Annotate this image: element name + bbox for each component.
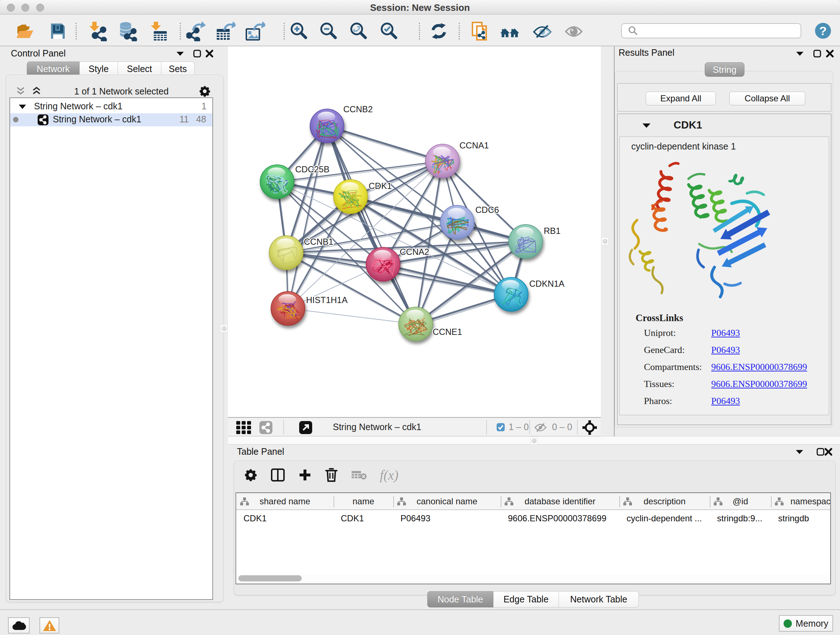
node-CCNA2[interactable] — [366, 247, 400, 281]
network-share-icon[interactable] — [259, 421, 273, 434]
panel-float-icon[interactable] — [813, 50, 821, 57]
panel-close-icon[interactable] — [826, 49, 834, 58]
first-neighbors-button[interactable] — [500, 21, 520, 41]
crosslink-link[interactable]: P06493 — [711, 345, 740, 356]
panel-menu-icon[interactable] — [796, 51, 804, 56]
import-network-from-file-button[interactable] — [88, 21, 108, 41]
function-builder-icon[interactable]: f(x) — [380, 467, 398, 483]
memory-button[interactable]: Memory — [779, 615, 833, 632]
import-network-from-database-button[interactable] — [118, 21, 138, 41]
delete-table-icon[interactable] — [351, 469, 367, 481]
zoom-out-button[interactable] — [318, 21, 338, 41]
export-image-button[interactable] — [245, 21, 265, 41]
selected-checkbox-icon[interactable] — [496, 423, 505, 432]
cell-namespace[interactable]: stringdb — [778, 513, 809, 524]
node-CCNE1[interactable] — [399, 307, 433, 341]
panel-float-icon[interactable] — [193, 50, 201, 57]
cell-id[interactable]: stringdb:9... — [717, 513, 762, 524]
network-collection-row[interactable]: String Network – cdk1 1 — [10, 100, 212, 113]
tab-edge-table[interactable]: Edge Table — [493, 591, 559, 608]
node-CCNB1[interactable] — [269, 236, 303, 270]
node-CCNA1[interactable] — [425, 144, 459, 178]
open-file-button[interactable] — [14, 21, 35, 41]
crosslink-link[interactable]: 9606.ENSP00000378699 — [711, 362, 807, 372]
collapse-all-button[interactable]: Collapse All — [729, 92, 805, 105]
edge-CCNB2-CCNE1[interactable] — [327, 126, 416, 324]
column-header-namespace[interactable]: namespace — [771, 493, 831, 510]
edge-CCNB2-CCNA1[interactable] — [327, 126, 442, 161]
node-CCNB2[interactable] — [310, 109, 344, 143]
column-header-description[interactable]: description — [619, 493, 710, 510]
help-button[interactable]: ? — [815, 23, 831, 39]
crosslink-link[interactable]: 9606.ENSP00000378699 — [711, 379, 807, 390]
panel-float-icon[interactable] — [816, 448, 824, 456]
hide-selected-button[interactable] — [532, 21, 552, 41]
collection-expanded-icon[interactable] — [18, 104, 27, 110]
export-table-button[interactable] — [215, 21, 235, 41]
search-input[interactable] — [638, 25, 801, 37]
tab-select[interactable]: Select — [118, 62, 161, 76]
node-CDK1[interactable] — [333, 180, 368, 214]
cell-name[interactable]: CDK1 — [341, 513, 364, 524]
export-network-button[interactable] — [186, 21, 207, 41]
crosslink-link[interactable]: P06493 — [711, 328, 740, 339]
node-RB1[interactable] — [508, 225, 543, 258]
column-header-name[interactable]: name — [333, 493, 393, 510]
show-columns-icon[interactable] — [271, 468, 285, 482]
node-HIST1H1A[interactable] — [271, 291, 305, 325]
cell-sharedname[interactable]: CDK1 — [243, 513, 267, 524]
node-CDKN1A[interactable] — [494, 277, 528, 311]
splitter-handle[interactable] — [601, 237, 608, 245]
tab-node-table[interactable]: Node Table — [427, 591, 493, 608]
cloud-button[interactable] — [8, 617, 30, 633]
scrollbar-thumb[interactable] — [238, 575, 302, 581]
node-CDC25B[interactable] — [260, 165, 294, 199]
show-all-button[interactable] — [564, 21, 584, 41]
warnings-button[interactable] — [39, 617, 59, 633]
panel-menu-icon[interactable] — [795, 449, 804, 454]
open-in-window-icon[interactable] — [299, 421, 313, 434]
column-header-id[interactable]: @id — [710, 493, 771, 510]
splitter-handle[interactable] — [220, 325, 227, 333]
fit-content-target-icon[interactable] — [583, 420, 597, 435]
splitter-handle[interactable] — [531, 437, 538, 445]
cell-canonicalname[interactable]: P06493 — [401, 513, 431, 524]
zoom-fit-button[interactable] — [348, 21, 368, 41]
tab-network[interactable]: Network — [27, 62, 80, 76]
gene-section-header[interactable]: CDK1 — [617, 114, 831, 136]
tab-string[interactable]: String — [705, 62, 745, 77]
edge-CCNE1-HIST1H1A[interactable] — [288, 309, 416, 324]
tab-style[interactable]: Style — [80, 62, 118, 76]
refresh-button[interactable] — [429, 21, 449, 41]
column-header-databaseidentifier[interactable]: database identifier — [501, 493, 619, 510]
zoom-in-button[interactable] — [288, 21, 309, 41]
crosslink-link[interactable]: P06493 — [711, 396, 740, 407]
tab-sets[interactable]: Sets — [161, 62, 195, 76]
column-header-sharedname[interactable]: shared name — [236, 493, 333, 510]
table-options-gear-icon[interactable] — [244, 468, 257, 482]
control-panel-splitter[interactable] — [213, 46, 228, 609]
panel-menu-icon[interactable] — [176, 51, 185, 56]
grid-view-icon[interactable] — [235, 420, 252, 435]
tab-network-table[interactable]: Network Table — [559, 591, 639, 608]
cell-databaseidentifier[interactable]: 9606.ENSP00000378699 — [508, 513, 606, 524]
panel-close-icon[interactable] — [205, 49, 214, 58]
results-panel-splitter[interactable] — [601, 46, 614, 436]
column-header-canonicalname[interactable]: canonical name — [393, 493, 501, 510]
network-options-button[interactable] — [199, 85, 211, 97]
save-session-button[interactable] — [48, 21, 68, 41]
add-column-icon[interactable] — [298, 468, 312, 482]
panel-close-icon[interactable] — [824, 448, 833, 456]
cell-description[interactable]: cyclin-dependent ... — [627, 513, 702, 524]
delete-column-icon[interactable] — [325, 468, 338, 482]
copy-network-button[interactable] — [470, 21, 490, 41]
table-horizontal-scrollbar[interactable] — [238, 575, 829, 582]
zoom-selected-button[interactable] — [378, 21, 399, 41]
import-table-from-file-button[interactable] — [148, 21, 168, 41]
expand-all-button[interactable]: Expand All — [646, 92, 716, 105]
network-row[interactable]: String Network – cdk1 11 48 — [10, 113, 212, 126]
toolbar-separator — [459, 23, 460, 40]
network-canvas[interactable]: CCNB2CCNA1CDC25BCDK1CDC6RB1CCNB1CCNA2CDK… — [228, 46, 601, 417]
node-CDC6[interactable] — [440, 205, 474, 239]
table-panel-splitter[interactable] — [228, 436, 840, 445]
